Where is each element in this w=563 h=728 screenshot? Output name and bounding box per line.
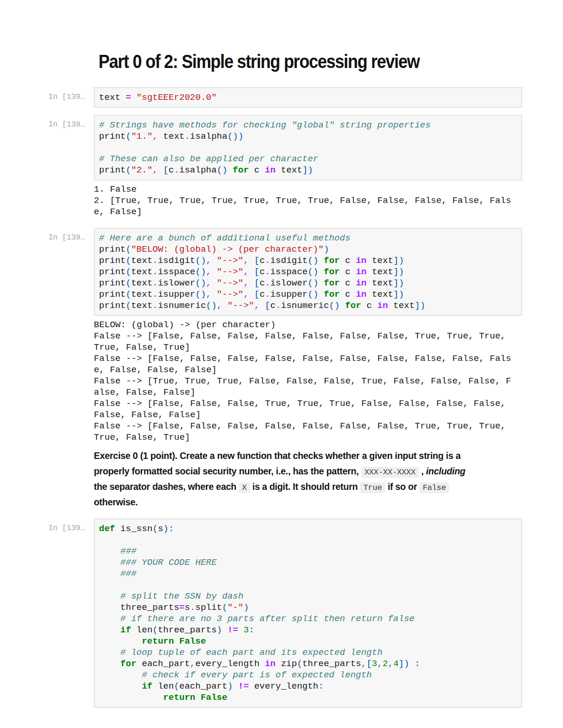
token-name: len: [131, 625, 152, 635]
markdown-text: if so or: [385, 481, 419, 492]
token-comment: # Here are a bunch of additional useful …: [99, 233, 350, 243]
token-punctuation: .: [184, 131, 190, 142]
token-comment: # if there are no 3 parts after split th…: [99, 614, 415, 624]
token-comment: ### YOUR CODE HERE: [99, 557, 217, 568]
token-keyword: for: [233, 165, 249, 175]
token-keyword: if: [121, 625, 131, 635]
token-bracket: :: [249, 625, 254, 635]
token-keyword-constant: False: [201, 692, 228, 703]
code-line: if len(three_parts) != 3:: [99, 624, 517, 636]
code-editor[interactable]: def is_ssn(s): ### ### YOUR CODE HERE ##…: [99, 523, 517, 703]
code-cell-row: In [139…text = "sgtEEEr2020.0": [48, 87, 563, 108]
code-line: if len(each_part) != every_length:: [99, 681, 517, 692]
token-name: text: [158, 131, 184, 142]
token-punctuation: .: [265, 289, 270, 300]
code-cell[interactable]: # Here are a bunch of additional useful …: [94, 228, 522, 316]
code-line: print(text.isupper(), "-->", [c.isupper(…: [99, 289, 517, 300]
token-bracket: [: [254, 255, 259, 266]
token-name: c: [340, 278, 356, 288]
output-cell-row: BELOW: (global) -> (per character) False…: [48, 316, 563, 443]
code-line: # Strings have methods for checking "glo…: [99, 120, 517, 131]
token-punctuation: .: [174, 165, 179, 175]
token-name: c: [361, 300, 377, 311]
token-name: [249, 278, 254, 288]
token-name: text: [366, 278, 393, 288]
token-punctuation: ,: [254, 300, 259, 311]
token-name: c: [259, 267, 265, 277]
code-line: # if there are no 3 parts after split th…: [99, 613, 517, 624]
input-prompt: In [139…: [48, 228, 94, 242]
markdown-text: including: [426, 466, 465, 476]
token-number: 2: [382, 659, 388, 669]
token-name: islower: [270, 278, 308, 288]
token-bracket: [: [265, 300, 270, 311]
token-bracket: (: [126, 165, 131, 175]
token-name: [238, 625, 243, 635]
code-line: ###: [99, 546, 517, 557]
token-punctuation: ,: [206, 289, 211, 300]
token-name: s: [184, 602, 190, 613]
token-bracket: (): [308, 267, 319, 277]
token-name: isalpha: [179, 165, 217, 175]
token-string: "-": [228, 602, 243, 613]
token-name: [228, 165, 233, 175]
token-bracket: (: [126, 267, 131, 277]
token-punctuation: ,: [243, 289, 249, 300]
token-name: [131, 92, 136, 103]
code-line: print(text.isdigit(), "-->", [c.isdigit(…: [99, 255, 517, 266]
code-editor[interactable]: # Strings have methods for checking "glo…: [99, 120, 517, 176]
token-name: print: [99, 289, 126, 300]
token-bracket: (: [126, 131, 131, 142]
token-bracket: ): [324, 244, 329, 255]
token-bracket: (): [308, 289, 319, 300]
token-name: each_part: [179, 681, 228, 691]
markdown-text: otherwise.: [94, 497, 137, 507]
token-operator: =: [126, 92, 131, 103]
token-name: c: [259, 255, 265, 266]
markdown-line: the separator dashes, where each X is a …: [94, 479, 465, 495]
token-bracket: ): [217, 625, 222, 635]
notebook-page: Part 0 of 2: Simple string processing re…: [0, 0, 563, 708]
token-punctuation: .: [265, 278, 270, 288]
code-line: text = "sgtEEEr2020.0": [99, 92, 517, 103]
token-bracket: (): [195, 278, 206, 288]
token-string: "1.": [131, 131, 152, 142]
token-name: [211, 255, 216, 266]
code-line: return False: [99, 636, 517, 647]
token-operator-word: in: [356, 267, 366, 277]
token-bracket: (): [195, 289, 206, 300]
code-line: for each_part,every_length in zip(three_…: [99, 658, 517, 669]
exercise-label: Exercise 0: [94, 450, 138, 461]
code-editor[interactable]: # Here are a bunch of additional useful …: [99, 233, 517, 311]
token-name: text: [366, 267, 393, 277]
markdown-text: is a digit. It should return: [250, 481, 360, 492]
prompt-spacer: [48, 447, 94, 452]
token-name: c: [340, 267, 356, 277]
token-name: c: [259, 278, 265, 288]
token-bracket: (: [152, 524, 158, 534]
code-line: print("BELOW: (global) -> (per character…: [99, 244, 517, 255]
code-editor[interactable]: text = "sgtEEEr2020.0": [99, 92, 517, 103]
cell-output-text: 1. False 2. [True, True, True, True, Tru…: [94, 180, 511, 218]
token-punctuation: .: [265, 267, 270, 277]
token-string: "BELOW: (global) -> (per character)": [131, 244, 323, 255]
markdown-cell: Exercise 0 (1 point). Create a new funct…: [94, 447, 465, 510]
token-punctuation: .: [152, 255, 158, 266]
token-name: isdigit: [158, 255, 195, 266]
code-cell[interactable]: # Strings have methods for checking "glo…: [94, 115, 522, 180]
code-line: return False: [99, 692, 517, 703]
code-cell[interactable]: text = "sgtEEEr2020.0": [94, 87, 522, 108]
token-bracket: [: [254, 267, 259, 277]
token-name: [319, 267, 324, 277]
token-comment: # Strings have methods for checking "glo…: [99, 120, 431, 130]
code-cell[interactable]: def is_ssn(s): ### ### YOUR CODE HERE ##…: [94, 518, 522, 708]
code-line: print(text.isnumeric(), "-->", [c.isnume…: [99, 300, 517, 311]
token-string: "-->": [217, 289, 243, 300]
token-bracket: [: [163, 165, 168, 175]
token-punctuation: ,: [206, 267, 211, 277]
token-bracket: (: [152, 625, 158, 635]
token-name: c: [270, 300, 275, 311]
token-name: c: [249, 165, 265, 175]
token-punctuation: ,: [243, 267, 249, 277]
token-name: print: [99, 278, 126, 288]
